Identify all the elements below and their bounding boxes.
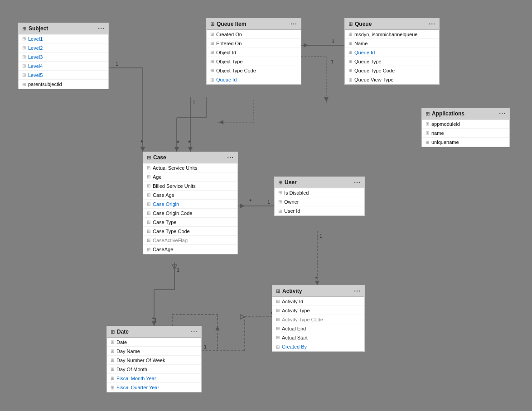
table-row: ⊞ Case Origin <box>143 200 237 209</box>
table-row: ⊞ Level4 <box>19 62 108 71</box>
table-row: ⊞ Queue Id <box>207 75 301 84</box>
field-icon: ⊞ <box>278 190 282 195</box>
field-icon: ⊞ <box>22 45 26 50</box>
table-row: ⊞ CaseActiveFlag <box>143 236 237 245</box>
table-row: ⊞ Fiscal Quarter Year <box>107 383 201 392</box>
entity-date-header: ⊞ Date ··· <box>107 326 201 338</box>
table-row: ⊞ Level5 <box>19 71 108 80</box>
field-icon: ⊞ <box>276 317 280 322</box>
field-icon: ⊞ <box>426 130 429 135</box>
field-icon: ⊞ <box>22 36 26 41</box>
field-label: uniquename <box>431 139 459 145</box>
table-row: ⊞ Fiscal Month Year <box>107 374 201 383</box>
field-label: name <box>431 130 444 136</box>
field-label: Queue Id <box>216 77 237 82</box>
field-label: Case Origin <box>153 201 179 207</box>
field-icon: ⊞ <box>147 192 150 197</box>
field-label: Actual Service Units <box>153 165 197 171</box>
table-row: ⊞ Age <box>143 172 237 182</box>
field-icon: ⊞ <box>426 140 429 145</box>
case-title: Case <box>153 154 166 161</box>
applications-menu-dots[interactable]: ··· <box>499 110 506 117</box>
field-label: Activity Type <box>282 308 310 313</box>
table-row: ⊞ Queue View Type <box>345 75 439 84</box>
field-icon: ⊞ <box>276 326 280 331</box>
subject-menu-dots[interactable]: ··· <box>98 25 105 32</box>
field-icon: ⊞ <box>147 238 150 243</box>
field-label: msdyn_isomnichannelqueue <box>354 32 417 37</box>
field-icon: ⊞ <box>348 41 352 46</box>
table-row: ⊞ Name <box>345 39 439 48</box>
subject-table-icon: ⊞ <box>22 26 26 32</box>
user-menu-dots[interactable]: ··· <box>354 179 361 186</box>
applications-title: Applications <box>432 110 464 117</box>
table-row: ⊞ appmoduleid <box>422 119 509 129</box>
field-label: Day Number Of Week <box>116 358 165 363</box>
field-label: User Id <box>284 208 300 214</box>
applications-body: ⊞ appmoduleid ⊞ name ⊞ uniquename <box>422 119 509 147</box>
queue-item-title: Queue Item <box>217 21 246 27</box>
case-menu-dots[interactable]: ··· <box>227 154 234 161</box>
field-icon: ⊞ <box>111 367 114 372</box>
field-label: Fiscal Month Year <box>116 376 156 381</box>
table-row: ⊞ msdyn_isomnichannelqueue <box>345 30 439 39</box>
field-label: Is Disabled <box>284 190 309 196</box>
field-label: Case Type <box>153 220 176 225</box>
field-icon: ⊞ <box>278 209 282 214</box>
subject-title: Subject <box>29 25 48 32</box>
table-row: ⊞ Object Type Code <box>207 66 301 75</box>
field-label: Queue Type <box>354 59 382 64</box>
field-label: Case Origin Code <box>153 210 192 216</box>
entity-queue-header: ⊞ Queue ··· <box>345 19 439 30</box>
field-icon: ⊞ <box>147 201 150 206</box>
field-icon: ⊞ <box>348 68 352 73</box>
field-icon: ⊞ <box>147 183 150 188</box>
queue-item-menu-dots[interactable]: ··· <box>290 20 297 28</box>
queue-menu-dots[interactable]: ··· <box>429 20 435 28</box>
field-icon: ⊞ <box>276 308 280 313</box>
table-row: ⊞ Level3 <box>19 53 108 62</box>
table-row: ⊞ Day Number Of Week <box>107 356 201 365</box>
entity-activity-header: ⊞ Activity ··· <box>272 286 364 297</box>
table-row: ⊞ Created On <box>207 30 301 39</box>
table-row: ⊞ Activity Id <box>272 297 364 306</box>
activity-menu-dots[interactable]: ··· <box>354 287 361 295</box>
table-row: ⊞ CaseAge <box>143 245 237 254</box>
date-menu-dots[interactable]: ··· <box>191 328 198 335</box>
field-label: Level2 <box>28 45 43 51</box>
field-icon: ⊞ <box>276 344 280 349</box>
field-label: Day Of Month <box>116 367 147 372</box>
field-label: Queue Id <box>354 50 375 55</box>
entity-date: ⊞ Date ··· ⊞ Date ⊞ Day Name ⊞ Day Numbe… <box>106 326 202 392</box>
table-row: ⊞ Actual End <box>272 324 364 333</box>
field-icon: ⊞ <box>111 385 114 390</box>
user-body: ⊞ Is Disabled ⊞ Owner ⊞ User Id <box>275 188 364 215</box>
field-icon: ⊞ <box>210 68 214 73</box>
table-row: ⊞ Level2 <box>19 43 108 53</box>
activity-table-icon: ⊞ <box>276 288 280 294</box>
field-icon: ⊞ <box>147 165 150 170</box>
field-label: Level1 <box>28 36 43 42</box>
queue-body: ⊞ msdyn_isomnichannelqueue ⊞ Name ⊞ Queu… <box>345 30 439 84</box>
field-icon: ⊞ <box>22 63 26 68</box>
table-row: ⊞ Actual Start <box>272 333 364 342</box>
field-label: Day Name <box>116 349 140 354</box>
applications-table-icon: ⊞ <box>426 111 430 117</box>
table-row: ⊞ Case Age <box>143 191 237 200</box>
field-label: Level4 <box>28 63 43 69</box>
field-icon: ⊞ <box>22 82 26 87</box>
table-row: ⊞ User Id <box>275 206 364 215</box>
field-label: Queue Type Code <box>354 68 395 73</box>
table-row: ⊞ Queue Type <box>345 57 439 66</box>
table-row: ⊞ Case Type <box>143 218 237 227</box>
case-body: ⊞ Actual Service Units ⊞ Age ⊞ Billed Se… <box>143 163 237 254</box>
table-row: ⊞ Queue Type Code <box>345 66 439 75</box>
date-table-icon: ⊞ <box>111 329 115 335</box>
table-row: ⊞ Object Type <box>207 57 301 66</box>
table-row: ⊞ Date <box>107 338 201 347</box>
field-icon: ⊞ <box>147 247 150 252</box>
field-icon: ⊞ <box>278 199 282 204</box>
date-title: Date <box>117 329 129 335</box>
field-icon: ⊞ <box>147 174 150 179</box>
entity-queue-item-header: ⊞ Queue Item ··· <box>207 19 301 30</box>
